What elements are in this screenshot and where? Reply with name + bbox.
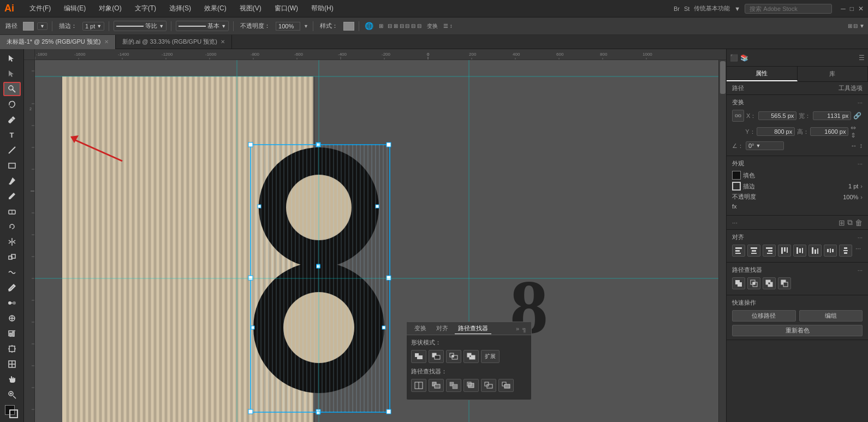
selection-tool[interactable]: [3, 51, 21, 66]
hand-tool[interactable]: [3, 372, 21, 387]
align-more-btn[interactable]: ···: [855, 245, 861, 257]
layer-more[interactable]: ···: [732, 219, 738, 227]
slice-tool[interactable]: [3, 357, 21, 371]
opacity-more[interactable]: ›: [860, 194, 863, 200]
pf-trim-btn[interactable]: [429, 379, 444, 392]
magic-wand-tool[interactable]: [3, 82, 21, 96]
chain-icon[interactable]: [732, 110, 744, 122]
link-icon[interactable]: 🔗: [853, 112, 861, 120]
pf-exclude-icon[interactable]: [763, 277, 776, 289]
rectangle-tool[interactable]: [3, 158, 21, 173]
transform-more[interactable]: ···: [858, 99, 863, 106]
expand-button[interactable]: 扩展: [481, 350, 500, 363]
flip-h-icon[interactable]: ↔: [851, 142, 857, 150]
sm-minus-front-btn[interactable]: [429, 350, 444, 363]
menu-select[interactable]: 选择(S): [167, 3, 193, 14]
pf-minus-front-icon[interactable]: [778, 277, 791, 289]
search-input[interactable]: [745, 4, 832, 14]
align-vert-distribute-icon[interactable]: [839, 245, 852, 257]
layer-icon3[interactable]: 🗑: [855, 218, 863, 227]
style-swatch[interactable]: [343, 22, 354, 31]
type-tool[interactable]: T: [3, 128, 21, 142]
brush-style-dropdown[interactable]: 基本 ▼: [176, 21, 229, 31]
align-center-h-icon[interactable]: [747, 245, 760, 257]
stroke-color-swatch[interactable]: [732, 182, 741, 191]
close-button[interactable]: ✕: [858, 5, 864, 13]
stroke-size-dropdown[interactable]: 1 pt ▼: [82, 22, 104, 31]
rotate-tool[interactable]: [3, 219, 21, 234]
pf-tab-pathfinder[interactable]: 路径查找器: [455, 323, 491, 334]
opacity-input[interactable]: [276, 22, 300, 31]
warp-tool[interactable]: [3, 265, 21, 280]
scale-tool[interactable]: [3, 250, 21, 264]
stroke-style-dropdown[interactable]: 等比 ▼: [114, 21, 167, 31]
tools-option-label[interactable]: 工具选项: [839, 84, 863, 92]
layer-icon2[interactable]: ⧉: [847, 218, 853, 227]
pf-tab-align[interactable]: 对齐: [433, 323, 451, 334]
w-input[interactable]: [813, 111, 851, 120]
align-left-icon[interactable]: [732, 245, 745, 257]
menu-help[interactable]: 帮助(H): [309, 3, 336, 14]
angle-dropdown[interactable]: 0° ▼: [746, 141, 784, 150]
pf-divide-btn[interactable]: [411, 379, 426, 392]
layer-icon1[interactable]: ⊞: [839, 218, 845, 227]
grid-icon[interactable]: ⊞: [378, 23, 384, 29]
pf-outline-btn[interactable]: [481, 379, 496, 392]
library-icon[interactable]: 📚: [740, 54, 748, 62]
flip-icons[interactable]: ⇔ ⇕: [851, 124, 863, 139]
stock-icon[interactable]: St: [684, 5, 689, 12]
panel-menu-icon[interactable]: ☰: [859, 54, 865, 62]
menu-object[interactable]: 对象(O): [97, 3, 123, 14]
maximize-button[interactable]: □: [850, 5, 854, 13]
menu-effect[interactable]: 效果(C): [202, 3, 229, 14]
pf-close-icon[interactable]: ╗: [522, 325, 527, 332]
align-top-icon[interactable]: [778, 245, 791, 257]
more-icons[interactable]: ☰ ↕: [443, 23, 453, 29]
artboard-tool[interactable]: [3, 342, 21, 356]
menu-view[interactable]: 视图(V): [237, 3, 264, 14]
fill-swatch[interactable]: [23, 22, 34, 31]
properties-tab[interactable]: 属性: [727, 67, 798, 81]
fill-color-swatch[interactable]: [732, 171, 741, 180]
h-input[interactable]: [810, 127, 848, 136]
recolor-button[interactable]: 重新着色: [732, 325, 863, 336]
properties-icon[interactable]: ⬛: [730, 54, 738, 62]
bridge-icon[interactable]: Br: [674, 5, 680, 12]
blend-tool[interactable]: [3, 296, 21, 310]
symbol-tool[interactable]: [3, 311, 21, 325]
align-more[interactable]: ···: [858, 234, 863, 241]
reflect-tool[interactable]: [3, 235, 21, 249]
direct-select-tool[interactable]: [3, 67, 21, 81]
tab-untitled-close[interactable]: ✕: [104, 39, 109, 45]
right-panel-icons[interactable]: ⊞ ⊟ ▼: [848, 23, 865, 29]
pf-intersect-icon[interactable]: [747, 277, 760, 289]
x-input[interactable]: [758, 111, 796, 120]
align-horiz-distribute-icon[interactable]: [824, 245, 837, 257]
sm-exclude-btn[interactable]: [463, 350, 479, 363]
menu-file[interactable]: 文件(F): [27, 3, 53, 14]
appearance-more[interactable]: ···: [858, 161, 863, 167]
workspace-dropdown[interactable]: ▼: [734, 5, 740, 12]
canvas-area[interactable]: -1800 -1600 -1400 -1200 -1000 -800 -600 …: [24, 49, 726, 422]
menu-edit[interactable]: 编辑(E): [62, 3, 88, 14]
line-tool[interactable]: [3, 143, 21, 157]
group-button[interactable]: 编组: [799, 310, 863, 322]
align-center-v-icon[interactable]: [793, 245, 806, 257]
pf-crop-btn[interactable]: [463, 379, 479, 392]
offset-path-button[interactable]: 位移路径: [732, 310, 796, 322]
canvas-content[interactable]: 8: [35, 60, 726, 422]
globe-icon[interactable]: 🌐: [364, 22, 374, 30]
pf-tab-transform[interactable]: 变换: [411, 323, 430, 334]
align-icons[interactable]: ⊟ ⊞ ⊟ ⊟ ⊟ ⊟: [388, 23, 421, 29]
scroll-thumb-vertical[interactable]: [720, 61, 726, 94]
align-right-icon[interactable]: [763, 245, 776, 257]
minimize-button[interactable]: ─: [841, 5, 846, 13]
graph-tool[interactable]: [3, 326, 21, 341]
flip-v-icon[interactable]: ↕: [859, 142, 863, 150]
lasso-tool[interactable]: [3, 97, 21, 111]
align-bottom-icon[interactable]: [808, 245, 822, 257]
paintbrush-tool[interactable]: [3, 174, 21, 188]
pencil-tool[interactable]: [3, 189, 21, 203]
tab-new-close[interactable]: ✕: [221, 39, 225, 45]
y-input[interactable]: [757, 127, 795, 136]
